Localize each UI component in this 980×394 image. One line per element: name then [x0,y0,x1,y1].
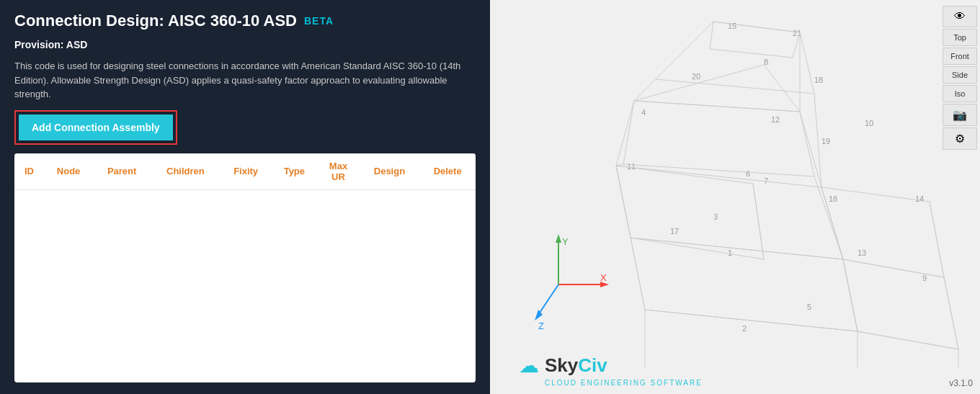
svg-text:3: 3 [713,212,718,221]
svg-text:7: 7 [764,176,768,185]
svg-text:19: 19 [821,137,830,145]
svg-line-44 [944,277,958,349]
svg-marker-29 [843,259,958,349]
description-text: This code is used for designing steel co… [14,59,476,102]
col-children: Children [151,153,220,190]
add-connection-button[interactable]: Add Connection Assembly [19,115,173,140]
svg-text:12: 12 [771,115,780,124]
svg-line-32 [814,94,821,187]
col-design: Design [360,153,420,190]
table-header-row: ID Node Parent Children Fixity Type MaxU… [14,153,476,190]
svg-marker-51 [556,234,561,243]
svg-line-46 [858,331,958,349]
front-view-button[interactable]: Front [943,48,977,65]
svg-line-36 [814,176,843,259]
add-button-wrapper: Add Connection Assembly [14,110,177,145]
svg-text:4: 4 [641,108,646,117]
title-row: Connection Design: AISC 360-10 ASD BETA [14,12,476,30]
svg-line-40 [930,202,944,277]
svg-text:X: X [600,272,607,283]
svg-text:6: 6 [746,169,750,178]
connection-table: ID Node Parent Children Fixity Type MaxU… [14,153,476,190]
svg-marker-28 [631,238,858,331]
svg-text:18: 18 [829,194,837,203]
beta-badge: BETA [304,15,334,27]
col-max-ur: MaxUR [317,153,359,190]
svg-text:18: 18 [814,76,823,84]
top-view-button[interactable]: Top [943,29,977,46]
col-delete: Delete [419,153,476,190]
side-view-button[interactable]: Side [943,66,977,84]
svg-line-43 [843,259,858,331]
skyciv-logo: ☁ SkyCiv CLOUD ENGINEERING SOFTWARE [519,354,703,387]
svg-marker-26 [821,187,944,277]
col-node: Node [44,153,93,190]
svg-marker-25 [616,166,843,259]
svg-text:11: 11 [627,162,636,171]
svg-text:13: 13 [858,249,866,257]
viewport-panel: 15 21 20 8 18 4 12 19 10 11 6 7 18 14 17… [490,0,980,394]
camera-button[interactable]: 📷 [943,104,977,126]
page-title: Connection Design: AISC 360-10 ASD [14,12,297,30]
version-label: v3.1.0 [949,378,973,388]
svg-text:14: 14 [915,194,924,203]
col-id: ID [14,153,44,190]
svg-text:17: 17 [670,227,679,236]
provision-label: Provision: ASD [14,39,476,50]
svg-marker-23 [623,101,814,176]
svg-marker-27 [616,166,764,259]
skyciv-cloud-icon: ☁ [519,354,539,377]
view-controls-panel: 👁 Top Front Side Iso 📷 ⚙ [943,6,980,150]
svg-text:8: 8 [764,58,768,66]
svg-line-34 [616,101,634,166]
svg-text:9: 9 [922,274,927,282]
svg-text:2: 2 [742,324,747,333]
svg-line-41 [753,184,764,259]
settings-view-button[interactable]: ⚙ [943,127,977,150]
svg-text:Z: Z [538,321,544,331]
col-fixity: Fixity [220,153,271,190]
eye-view-button[interactable]: 👁 [943,6,977,27]
connection-table-container: ID Node Parent Children Fixity Type MaxU… [14,153,476,383]
svg-marker-24 [634,65,800,112]
col-type: Type [271,153,317,190]
svg-text:20: 20 [692,72,700,81]
col-parent: Parent [93,153,151,190]
svg-text:10: 10 [865,119,873,127]
svg-line-37 [616,164,623,166]
svg-line-38 [616,166,631,238]
svg-text:1: 1 [728,249,732,257]
svg-text:15: 15 [728,22,736,30]
skyciv-name: SkyCiv [545,354,607,377]
skyciv-brand: ☁ SkyCiv [519,354,607,377]
skyciv-subtitle: CLOUD ENGINEERING SOFTWARE [545,379,703,387]
svg-marker-22 [710,22,800,58]
viewport-svg: 15 21 20 8 18 4 12 19 10 11 6 7 18 14 17… [490,0,980,394]
left-panel: Connection Design: AISC 360-10 ASD BETA … [0,0,490,394]
svg-text:Y: Y [562,236,569,247]
svg-line-42 [631,238,645,310]
iso-view-button[interactable]: Iso [943,85,977,102]
svg-line-45 [645,310,858,331]
svg-text:5: 5 [807,303,811,311]
